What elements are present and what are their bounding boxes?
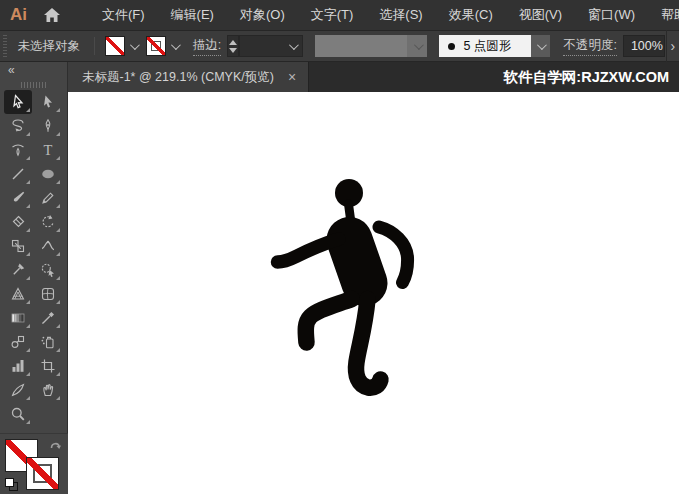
document-tab-bar: 未标题-1* @ 219.1% (CMYK/预览) × 软件自学网:RJZXW.… (68, 62, 679, 92)
opacity-label[interactable]: 不透明度: (563, 37, 616, 56)
curvature-tool[interactable] (4, 138, 32, 162)
pencil-tool[interactable] (34, 186, 62, 210)
fill-color-swatch[interactable] (105, 36, 125, 56)
eraser-icon (10, 214, 26, 230)
knife-icon (10, 382, 26, 398)
brush-name: 5 点圆形 (463, 38, 511, 55)
brush-preview-icon (448, 43, 455, 50)
pen-tool[interactable] (34, 114, 62, 138)
figure-standing-leg (356, 299, 381, 388)
width-icon (40, 238, 56, 254)
pencil-icon (40, 190, 56, 206)
paintbrush-tool[interactable] (4, 186, 32, 210)
lasso-icon (10, 118, 26, 134)
width-profile-chevron (407, 35, 427, 57)
gradient-tool[interactable] (4, 306, 32, 330)
figure-raised-leg (306, 299, 352, 343)
brush-chevron[interactable] (531, 35, 550, 57)
eraser-tool[interactable] (4, 210, 32, 234)
app-logo: Ai (10, 5, 27, 25)
menu-item-9[interactable]: 帮助(H) (648, 0, 679, 30)
column-graph-tool[interactable] (4, 354, 32, 378)
ellipse-tool[interactable] (34, 162, 62, 186)
mesh-tool[interactable] (34, 282, 62, 306)
home-button[interactable] (43, 7, 61, 23)
panel-collapse-button[interactable]: « (8, 63, 14, 77)
stroke-weight-combo[interactable] (239, 35, 303, 57)
figure-neck (349, 204, 351, 219)
stroke-weight-stepper[interactable] (227, 35, 239, 57)
stroke-color-dropdown[interactable] (166, 43, 183, 50)
width-tool[interactable] (34, 234, 62, 258)
eyedropper-tool[interactable] (34, 306, 62, 330)
puppet-warp-icon (10, 262, 26, 278)
panel-grip[interactable] (2, 35, 7, 57)
blend-tool[interactable] (4, 330, 32, 354)
stroke-weight-label[interactable]: 描边: (193, 37, 221, 56)
line-segment-tool[interactable] (4, 162, 32, 186)
type-icon: T (40, 142, 56, 158)
hand-icon (40, 382, 56, 398)
control-overflow-button[interactable]: › (666, 30, 679, 62)
artboard-canvas[interactable] (68, 92, 679, 494)
stroke-color-swatch[interactable] (146, 36, 166, 56)
symbol-sprayer-icon (40, 334, 56, 350)
panel-drag-grip[interactable] (21, 82, 47, 88)
menu-item-6[interactable]: 效果(C) (436, 0, 506, 30)
default-fill-stroke-icon[interactable] (5, 478, 19, 492)
knife-tool[interactable] (4, 378, 32, 402)
opacity-input[interactable]: 100% (623, 35, 666, 57)
fill-color-dropdown[interactable] (125, 43, 142, 50)
watermark-text: 软件自学网:RJZXW.COM (504, 68, 669, 87)
document-tab[interactable]: 未标题-1* @ 219.1% (CMYK/预览) × (68, 62, 309, 92)
perspective-grid-tool[interactable] (4, 282, 32, 306)
rotate-tool[interactable] (34, 210, 62, 234)
artboard-icon (40, 358, 56, 374)
menu-bar: Ai 文件(F)编辑(E)对象(O)文字(T)选择(S)效果(C)视图(V)窗口… (0, 0, 679, 30)
menu-items: 文件(F)编辑(E)对象(O)文字(T)选择(S)效果(C)视图(V)窗口(W)… (89, 0, 679, 30)
puppet-warp-tool[interactable] (4, 258, 32, 282)
direct-selection-tool[interactable] (34, 90, 62, 114)
menu-item-8[interactable]: 窗口(W) (575, 0, 648, 30)
control-separator (94, 37, 95, 55)
shape-builder-tool[interactable] (34, 258, 62, 282)
gradient-icon (10, 310, 26, 326)
brush-definition-combo[interactable]: 5 点圆形 (439, 35, 550, 57)
width-profile-value (315, 35, 407, 57)
zoom-tool[interactable] (4, 402, 32, 426)
swap-fill-stroke-icon[interactable] (49, 437, 62, 455)
shape-builder-icon (40, 262, 56, 278)
home-icon (43, 7, 61, 23)
stroke-weight-chevron[interactable] (282, 36, 302, 56)
selection-status: 未选择对象 (17, 38, 80, 55)
lasso-tool[interactable] (4, 114, 32, 138)
tab-close-button[interactable]: × (288, 70, 296, 84)
zoom-icon (10, 406, 26, 422)
scale-tool[interactable] (4, 234, 32, 258)
eyedropper-icon (40, 310, 56, 326)
tool-grid: T (0, 90, 67, 426)
pen-icon (40, 118, 56, 134)
artboard-tool[interactable] (34, 354, 62, 378)
curvature-icon (10, 142, 26, 158)
perspective-grid-icon (10, 286, 26, 302)
menu-item-5[interactable]: 选择(S) (366, 0, 435, 30)
menu-item-3[interactable]: 对象(O) (227, 0, 298, 30)
fill-stroke-controls (0, 433, 68, 494)
menu-item-7[interactable]: 视图(V) (506, 0, 575, 30)
type-tool[interactable]: T (34, 138, 62, 162)
menu-item-4[interactable]: 文字(T) (298, 0, 367, 30)
selection-icon (10, 94, 26, 110)
column-graph-icon (10, 358, 26, 374)
rotate-icon (40, 214, 56, 230)
menu-item-2[interactable]: 编辑(E) (158, 0, 227, 30)
selection-tool[interactable] (4, 90, 32, 114)
hand-tool[interactable] (34, 378, 62, 402)
menu-item-1[interactable]: 文件(F) (89, 0, 158, 30)
line-segment-icon (10, 166, 26, 182)
figure-torso (350, 240, 365, 283)
stroke-color-box[interactable] (26, 457, 59, 490)
symbol-sprayer-tool[interactable] (34, 330, 62, 354)
walking-person-artwork (68, 92, 679, 494)
width-profile-combo (315, 35, 427, 57)
